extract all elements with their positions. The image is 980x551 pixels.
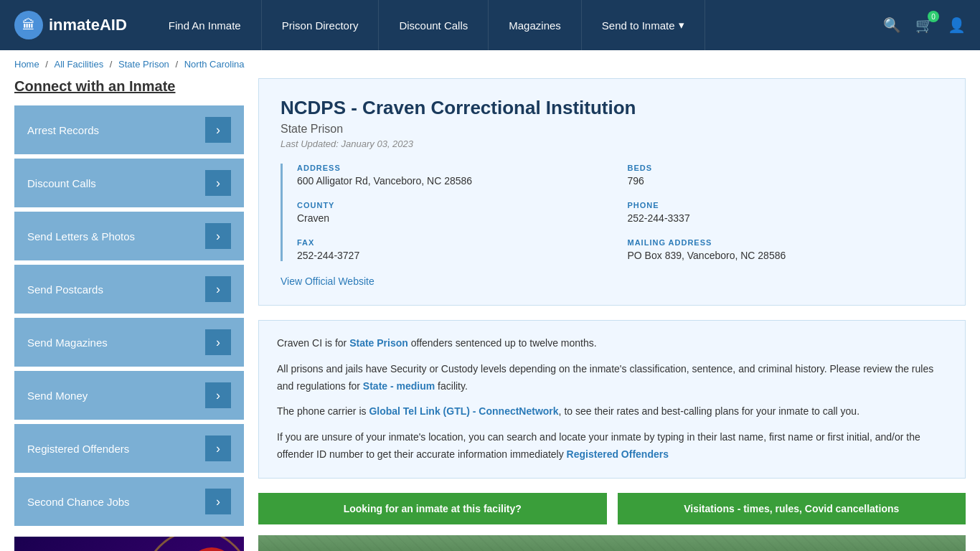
- address-label: ADDRESS: [297, 164, 613, 172]
- facility-updated: Last Updated: January 03, 2023: [281, 138, 943, 149]
- sidebar-item-arrest-records[interactable]: Arrest Records ›: [14, 105, 244, 154]
- registered-offenders-link[interactable]: Registered Offenders: [567, 448, 669, 460]
- desc-p3: The phone carrier is Global Tel Link (GT…: [277, 403, 947, 420]
- mailing-block: MAILING ADDRESS PO Box 839, Vanceboro, N…: [628, 238, 944, 261]
- cart-badge: 0: [928, 11, 939, 22]
- sidebar-item-send-letters[interactable]: Send Letters & Photos ›: [14, 212, 244, 260]
- nav-prison-directory[interactable]: Prison Directory: [262, 0, 380, 50]
- main-layout: Connect with an Inmate Arrest Records › …: [0, 78, 980, 551]
- facility-type: State Prison: [281, 123, 943, 136]
- sidebar-arrow-icon: ›: [205, 276, 231, 302]
- phone-carrier-link[interactable]: Global Tel Link (GTL) - ConnectNetwork: [369, 405, 558, 417]
- website-link[interactable]: View Official Website: [281, 276, 374, 287]
- sidebar-item-discount-calls[interactable]: Discount Calls ›: [14, 159, 244, 207]
- sidebar-item-registered-offenders[interactable]: Registered Offenders ›: [14, 424, 244, 473]
- banner-arc: [143, 537, 244, 551]
- sidebar-item-send-magazines[interactable]: Send Magazines ›: [14, 318, 244, 367]
- facility-card: NCDPS - Craven Correctional Institution …: [258, 78, 966, 306]
- county-block: COUNTY Craven: [297, 201, 613, 224]
- header: 🏛 inmateAID Find An Inmate Prison Direct…: [0, 0, 980, 50]
- logo-icon: 🏛: [14, 11, 43, 39]
- nav-find-inmate[interactable]: Find An Inmate: [149, 0, 262, 50]
- sidebar-arrow-icon: ›: [205, 117, 231, 143]
- sidebar: Connect with an Inmate Arrest Records › …: [14, 78, 244, 551]
- state-medium-link[interactable]: State - medium: [363, 380, 435, 392]
- breadcrumb: Home / All Facilities / State Prison / N…: [0, 50, 980, 78]
- main-nav: Find An Inmate Prison Directory Discount…: [149, 0, 883, 50]
- sidebar-title: Connect with an Inmate: [14, 78, 244, 95]
- sidebar-arrow-icon: ›: [205, 223, 231, 249]
- search-icon[interactable]: 🔍: [883, 17, 901, 34]
- nav-discount-calls[interactable]: Discount Calls: [379, 0, 489, 50]
- fax-label: FAX: [297, 238, 613, 247]
- breadcrumb-all-facilities[interactable]: All Facilities: [55, 59, 104, 70]
- address-block: ADDRESS 600 Alligator Rd, Vanceboro, NC …: [297, 164, 613, 187]
- county-label: COUNTY: [297, 201, 613, 209]
- user-icon[interactable]: 👤: [948, 17, 966, 34]
- image-overlay: [258, 535, 966, 551]
- beds-block: BEDS 796: [628, 164, 944, 187]
- state-prison-link[interactable]: State Prison: [349, 337, 408, 349]
- county-value: Craven: [297, 212, 613, 224]
- logo[interactable]: 🏛 inmateAID: [14, 11, 127, 39]
- sidebar-item-send-money[interactable]: Send Money ›: [14, 371, 244, 420]
- nav-magazines[interactable]: Magazines: [489, 0, 582, 50]
- header-icons: 🔍 🛒 0 👤: [883, 17, 966, 34]
- facility-title: NCDPS - Craven Correctional Institution: [281, 97, 943, 119]
- sidebar-item-second-chance[interactable]: Second Chance Jobs ›: [14, 477, 244, 526]
- breadcrumb-home[interactable]: Home: [14, 59, 39, 70]
- breadcrumb-north-carolina[interactable]: North Carolina: [184, 59, 245, 70]
- phone-value: 252-244-3337: [628, 212, 944, 224]
- facility-aerial-image: [258, 535, 966, 551]
- sidebar-banner[interactable]: IMMEDIATE OPENING IN DELAWARE MountaireF…: [14, 537, 244, 551]
- facility-info-grid: ADDRESS 600 Alligator Rd, Vanceboro, NC …: [281, 164, 943, 261]
- nav-send-to-inmate[interactable]: Send to Inmate ▾: [582, 0, 705, 50]
- logo-text: inmateAID: [49, 16, 127, 34]
- mailing-label: MAILING ADDRESS: [628, 238, 944, 247]
- content-area: NCDPS - Craven Correctional Institution …: [258, 78, 966, 551]
- sidebar-arrow-icon: ›: [205, 489, 231, 514]
- mailing-value: PO Box 839, Vanceboro, NC 28586: [628, 250, 944, 261]
- fax-block: FAX 252-244-3727: [297, 238, 613, 261]
- desc-p4: If you are unsure of your inmate's locat…: [277, 429, 947, 463]
- action-buttons: Looking for an inmate at this facility? …: [258, 493, 966, 524]
- sidebar-arrow-icon: ›: [205, 435, 231, 461]
- sidebar-arrow-icon: ›: [205, 382, 231, 408]
- fax-value: 252-244-3727: [297, 250, 613, 261]
- sidebar-item-send-postcards[interactable]: Send Postcards ›: [14, 265, 244, 314]
- address-value: 600 Alligator Rd, Vanceboro, NC 28586: [297, 175, 613, 187]
- breadcrumb-state-prison[interactable]: State Prison: [118, 59, 169, 70]
- phone-label: PHONE: [628, 201, 944, 209]
- find-inmate-button[interactable]: Looking for an inmate at this facility?: [258, 493, 607, 524]
- beds-label: BEDS: [628, 164, 944, 172]
- cart-icon[interactable]: 🛒 0: [915, 17, 933, 34]
- visitation-button[interactable]: Visitations - times, rules, Covid cancel…: [618, 493, 966, 524]
- sidebar-arrow-icon: ›: [205, 170, 231, 196]
- phone-block: PHONE 252-244-3337: [628, 201, 944, 224]
- desc-p1: Craven CI is for State Prison offenders …: [277, 335, 947, 352]
- chevron-down-icon: ▾: [679, 19, 684, 32]
- description-area: Craven CI is for State Prison offenders …: [258, 320, 966, 479]
- sidebar-arrow-icon: ›: [205, 329, 231, 355]
- desc-p2: All prisons and jails have Security or C…: [277, 361, 947, 395]
- beds-value: 796: [628, 175, 944, 187]
